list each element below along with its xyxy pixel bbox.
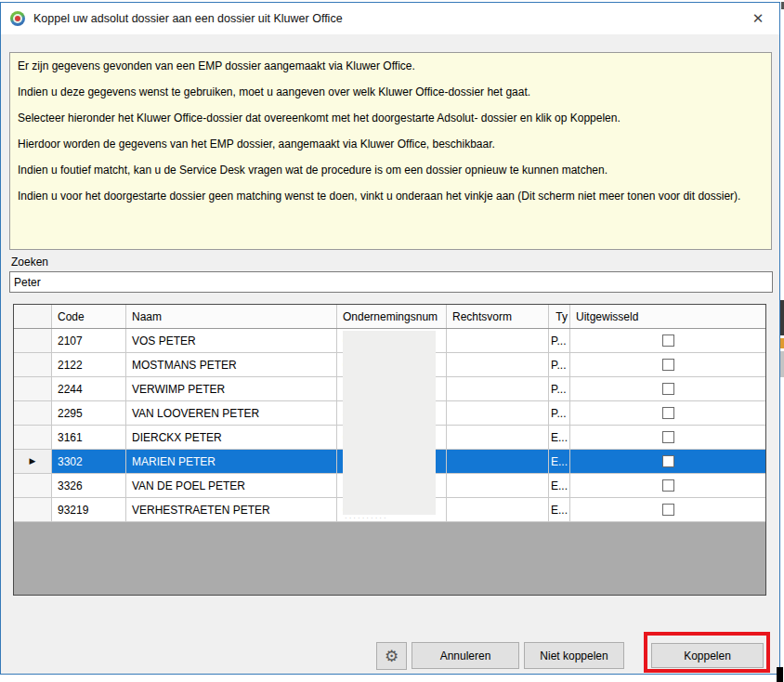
uitgewisseld-checkbox[interactable] bbox=[662, 407, 674, 419]
cell-uitgewisseld[interactable] bbox=[570, 498, 765, 521]
cell-rechtsvorm[interactable] bbox=[447, 450, 549, 473]
cell-naam[interactable]: MARIEN PETER bbox=[126, 450, 337, 473]
search-label: Zoeken bbox=[11, 256, 48, 269]
cell-type[interactable]: E... bbox=[549, 474, 570, 497]
redacted-ghost-text: ·········· bbox=[345, 515, 434, 522]
row-selector-cell[interactable] bbox=[14, 426, 52, 449]
search-input[interactable] bbox=[9, 271, 773, 293]
close-icon[interactable]: ✕ bbox=[746, 7, 770, 30]
header-code[interactable]: Code bbox=[52, 305, 126, 328]
cell-rechtsvorm[interactable] bbox=[447, 474, 549, 497]
cell-type[interactable]: E... bbox=[549, 426, 570, 449]
uitgewisseld-checkbox[interactable] bbox=[662, 504, 674, 516]
uitgewisseld-checkbox[interactable] bbox=[662, 334, 674, 347]
row-selector-cell[interactable]: ▶ bbox=[14, 450, 52, 473]
cell-rechtsvorm[interactable] bbox=[447, 329, 549, 352]
cell-uitgewisseld[interactable] bbox=[570, 377, 765, 400]
cell-code[interactable]: 3326 bbox=[52, 474, 126, 497]
app-logo-icon bbox=[10, 11, 25, 26]
cell-naam[interactable]: VERWIMP PETER bbox=[126, 377, 337, 400]
row-selector-cell[interactable] bbox=[14, 353, 52, 376]
current-row-arrow-icon: ▶ bbox=[30, 457, 36, 466]
header-row-selector bbox=[14, 305, 52, 328]
cell-type[interactable]: P... bbox=[549, 401, 570, 425]
cell-type[interactable]: P... bbox=[549, 329, 570, 352]
header-uitgewisseld[interactable]: Uitgewisseld bbox=[570, 305, 765, 328]
cell-code[interactable]: 93219 bbox=[52, 498, 126, 521]
info-paragraph: Indien u deze gegevens wenst te gebruike… bbox=[18, 85, 764, 99]
info-paragraph: Indien u foutief matcht, kan u de Servic… bbox=[18, 164, 764, 177]
header-naam[interactable]: Naam bbox=[126, 305, 337, 328]
cell-naam[interactable]: VERHESTRAETEN PETER bbox=[126, 498, 337, 521]
row-selector-cell[interactable] bbox=[14, 474, 52, 497]
cell-type[interactable]: E... bbox=[549, 450, 570, 473]
grid-empty-area bbox=[14, 522, 765, 595]
redaction-overlay bbox=[343, 331, 436, 515]
cell-code[interactable]: 2122 bbox=[52, 353, 126, 376]
header-type[interactable]: Ty bbox=[549, 305, 570, 328]
grid-header-row: Code Naam Ondernemingsnum Rechtsvorm Ty … bbox=[14, 305, 765, 329]
title-bar[interactable]: Koppel uw adsolut dossier aan een dossie… bbox=[1, 3, 779, 34]
screen-artifact bbox=[780, 300, 784, 335]
uitgewisseld-checkbox[interactable] bbox=[662, 359, 674, 371]
header-rechtsvorm[interactable]: Rechtsvorm bbox=[447, 305, 549, 328]
cell-type[interactable]: E... bbox=[549, 498, 570, 521]
cell-uitgewisseld[interactable] bbox=[570, 450, 765, 473]
koppelen-button[interactable]: Koppelen bbox=[651, 643, 764, 668]
cell-rechtsvorm[interactable] bbox=[447, 401, 549, 425]
dialog-client-area: Er zijn gegevens gevonden van een EMP do… bbox=[1, 34, 779, 674]
cell-code[interactable]: 2244 bbox=[52, 377, 126, 400]
uitgewisseld-checkbox[interactable] bbox=[662, 479, 674, 492]
row-selector-cell[interactable] bbox=[14, 401, 52, 425]
info-paragraph: Indien u voor het doorgestarte dossier g… bbox=[18, 190, 764, 203]
cell-type[interactable]: P... bbox=[549, 377, 570, 400]
row-selector-cell[interactable] bbox=[14, 498, 52, 521]
cell-uitgewisseld[interactable] bbox=[570, 474, 765, 497]
info-paragraph: Er zijn gegevens gevonden van een EMP do… bbox=[18, 59, 764, 73]
cell-naam[interactable]: VAN DE POEL PETER bbox=[126, 474, 337, 497]
settings-gear-icon[interactable]: ⚙ bbox=[376, 642, 407, 670]
cell-naam[interactable]: VOS PETER bbox=[126, 329, 337, 352]
cell-code[interactable]: 2107 bbox=[52, 329, 126, 352]
dialog-window: Koppel uw adsolut dossier aan een dossie… bbox=[0, 2, 780, 675]
cell-naam[interactable]: DIERCKX PETER bbox=[126, 426, 337, 449]
cell-type[interactable]: P... bbox=[549, 353, 570, 376]
cell-naam[interactable]: VAN LOOVEREN PETER bbox=[126, 401, 337, 425]
cell-rechtsvorm[interactable] bbox=[447, 377, 549, 400]
screen-artifact bbox=[780, 338, 784, 348]
cell-uitgewisseld[interactable] bbox=[570, 426, 765, 449]
info-box: Er zijn gegevens gevonden van een EMP do… bbox=[9, 52, 772, 250]
uitgewisseld-checkbox[interactable] bbox=[662, 455, 674, 467]
info-paragraph: Selecteer hieronder het Kluwer Office-do… bbox=[18, 111, 764, 125]
cell-uitgewisseld[interactable] bbox=[570, 401, 765, 425]
row-selector-cell[interactable] bbox=[14, 329, 52, 352]
screen-artifact bbox=[777, 667, 783, 682]
cell-uitgewisseld[interactable] bbox=[570, 329, 765, 352]
row-selector-cell[interactable] bbox=[14, 377, 52, 400]
cell-rechtsvorm[interactable] bbox=[447, 426, 549, 449]
annuleren-button[interactable]: Annuleren bbox=[412, 642, 519, 669]
uitgewisseld-checkbox[interactable] bbox=[662, 383, 674, 395]
screen-artifact bbox=[780, 351, 784, 377]
cell-rechtsvorm[interactable] bbox=[447, 353, 549, 376]
dossier-grid: Code Naam Ondernemingsnum Rechtsvorm Ty … bbox=[13, 304, 766, 596]
cell-code[interactable]: 3302 bbox=[52, 450, 126, 473]
cell-code[interactable]: 3161 bbox=[52, 426, 126, 449]
cell-rechtsvorm[interactable] bbox=[447, 498, 549, 521]
uitgewisseld-checkbox[interactable] bbox=[662, 431, 674, 443]
cell-naam[interactable]: MOSTMANS PETER bbox=[126, 353, 337, 376]
header-ondernemingsnummer[interactable]: Ondernemingsnum bbox=[337, 305, 447, 328]
window-title: Koppel uw adsolut dossier aan een dossie… bbox=[33, 12, 343, 25]
cell-code[interactable]: 2295 bbox=[52, 401, 126, 425]
niet-koppelen-button[interactable]: Niet koppelen bbox=[524, 642, 624, 669]
info-paragraph: Hierdoor worden de gegevens van het EMP … bbox=[18, 138, 764, 151]
cell-uitgewisseld[interactable] bbox=[570, 353, 765, 376]
